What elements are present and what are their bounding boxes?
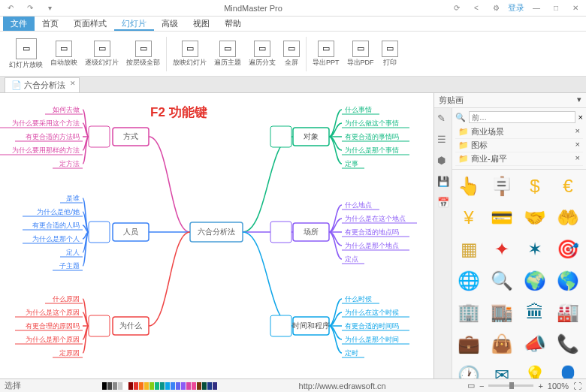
menu-视图[interactable]: 视图	[186, 17, 217, 29]
palette-color[interactable]	[155, 382, 159, 390]
clipart-item[interactable]: 🏭	[554, 299, 581, 326]
palette-color[interactable]	[102, 382, 107, 390]
clipart-item[interactable]: 💳	[488, 204, 515, 231]
ribbon-自动放映[interactable]: ▭自动放映	[47, 39, 80, 69]
redo-icon[interactable]: ↷	[23, 2, 38, 15]
palette-color[interactable]	[171, 382, 175, 390]
palette-color[interactable]	[144, 382, 149, 390]
palette-color[interactable]	[139, 382, 143, 390]
undo-icon[interactable]: ↶	[3, 2, 18, 15]
shield-icon[interactable]: ⬢	[437, 155, 449, 167]
ribbon-逐级幻灯片[interactable]: ▭逐级幻灯片	[82, 39, 122, 69]
clipart-item[interactable]: 🤲	[554, 204, 581, 231]
menu-首页[interactable]: 首页	[35, 17, 66, 29]
doc-tab[interactable]: 📄 六合分析法 ✕	[5, 77, 80, 92]
calendar-icon[interactable]: 📅	[437, 197, 449, 209]
zoom-slider[interactable]	[488, 384, 533, 387]
mindmap[interactable]: 六合分析法方式如何去做为什么要采用这个方法有更合适的方法吗为什么要用那样的方法定…	[0, 93, 433, 378]
search-clear-icon[interactable]: ×	[578, 113, 583, 122]
palette-color[interactable]	[118, 382, 122, 390]
help-icon[interactable]: ⟳	[449, 2, 464, 15]
palette-color[interactable]	[192, 382, 196, 390]
category-图标[interactable]: 📁 图标×	[455, 139, 583, 152]
menu-高级[interactable]: 高级	[154, 17, 186, 29]
clipart-item[interactable]: 🌎	[554, 267, 581, 294]
clipart-item[interactable]: ✶	[521, 236, 548, 263]
clipart-search-input[interactable]	[469, 111, 575, 123]
palette-color[interactable]	[202, 382, 207, 390]
palette-color[interactable]	[186, 382, 191, 390]
settings-icon[interactable]: ⚙	[488, 2, 503, 15]
palette-color[interactable]	[107, 382, 112, 390]
maximize-icon[interactable]: □	[548, 2, 563, 15]
ribbon-幻灯片放映[interactable]: ▭幻灯片放映	[6, 37, 46, 71]
ribbon-遍历主题[interactable]: ▭遍历主题	[211, 39, 244, 69]
ribbon-放映幻灯片[interactable]: ▭放映幻灯片	[170, 39, 210, 69]
ribbon: ▭幻灯片放映▭自动放映▭逐级幻灯片▭按层级全部▭放映幻灯片▭遍历主题▭遍历分支▭…	[0, 32, 586, 77]
clipart-item[interactable]: ✦	[488, 236, 515, 263]
palette-color[interactable]	[181, 382, 186, 390]
palette-color[interactable]	[165, 382, 170, 390]
status-url[interactable]: http://www.edrawsoft.cn	[299, 381, 386, 390]
close-icon[interactable]: ✕	[568, 2, 583, 15]
palette-color[interactable]	[176, 382, 180, 390]
clipart-item[interactable]: 📣	[521, 330, 548, 357]
menu-幻灯片[interactable]: 幻灯片	[114, 17, 154, 31]
palette-color[interactable]	[197, 382, 201, 390]
save-icon[interactable]: 💾	[437, 176, 449, 188]
ribbon-按层级全部[interactable]: ▭按层级全部	[123, 39, 163, 69]
clipart-item[interactable]: 🌐	[455, 267, 482, 294]
login-link[interactable]: 登录	[508, 2, 524, 14]
fullscreen-icon[interactable]: ⛶	[573, 381, 581, 390]
doc-tab-close-icon[interactable]: ✕	[70, 80, 76, 87]
clipart-item[interactable]: $	[521, 173, 548, 200]
clipart-item[interactable]: €	[554, 173, 581, 200]
clipart-item[interactable]: 💼	[455, 330, 482, 357]
canvas[interactable]: F2 功能键 六合分析法方式如何去做为什么要采用这个方法有更合适的方法吗为什么要…	[0, 93, 433, 378]
palette-color[interactable]	[128, 382, 133, 390]
list-icon[interactable]: ☰	[437, 134, 449, 146]
menu-帮助[interactable]: 帮助	[217, 17, 249, 29]
palette-color[interactable]	[134, 382, 138, 390]
minimize-icon[interactable]: —	[529, 2, 544, 15]
zoom-out-icon[interactable]: −	[479, 381, 484, 390]
ribbon-遍历分支[interactable]: ▭遍历分支	[246, 39, 279, 69]
clipart-item[interactable]: 👜	[488, 330, 515, 357]
palette-color[interactable]	[113, 382, 117, 390]
ribbon-label: 导出PPT	[313, 58, 340, 68]
category-商业场景[interactable]: 📁 商业场景×	[455, 125, 583, 139]
clipart-item[interactable]: 👆	[455, 173, 482, 200]
wand-icon[interactable]: ✎	[437, 113, 449, 125]
clipart-item[interactable]: ▦	[455, 236, 482, 263]
fit-icon[interactable]: ▭	[467, 381, 475, 390]
palette-color[interactable]	[150, 382, 154, 390]
share-icon[interactable]: <	[469, 2, 484, 15]
clipart-item[interactable]: ¥	[455, 204, 482, 231]
clipart-item[interactable]: 🔍	[488, 267, 515, 294]
palette-color[interactable]	[207, 382, 212, 390]
dropdown-icon[interactable]: ▾	[42, 2, 57, 15]
palette-color[interactable]	[160, 382, 165, 390]
app-title: MindMaster Pro	[57, 4, 449, 13]
ribbon-打印[interactable]: ▭打印	[379, 39, 401, 69]
zoom-in-icon[interactable]: +	[538, 381, 542, 390]
palette-color[interactable]	[213, 382, 217, 390]
clipart-item[interactable]: 🌍	[521, 267, 548, 294]
menu-页面样式[interactable]: 页面样式	[66, 17, 114, 29]
palette-color[interactable]	[123, 382, 128, 390]
clipart-item[interactable]: 🪧	[488, 173, 515, 200]
clipart-item[interactable]: 🏢	[455, 299, 482, 326]
zoom-control[interactable]: ▭ − + 100% ⛶	[467, 381, 581, 390]
menu-file[interactable]: 文件	[3, 17, 35, 31]
clipart-item[interactable]: 🤝	[521, 204, 548, 231]
panel-menu-icon[interactable]: ▾	[577, 95, 581, 106]
color-palette[interactable]	[102, 382, 217, 390]
ribbon-全屏[interactable]: ▭全屏	[280, 39, 303, 69]
ribbon-导出PPT[interactable]: ▭导出PPT	[310, 39, 343, 69]
clipart-item[interactable]: 🎯	[554, 236, 581, 263]
category-商业-扁平[interactable]: 📁 商业-扁平×	[455, 152, 583, 166]
clipart-item[interactable]: 🏬	[488, 299, 515, 326]
ribbon-导出PDF[interactable]: ▭导出PDF	[344, 39, 377, 69]
clipart-item[interactable]: 📞	[554, 330, 581, 357]
clipart-item[interactable]: 🏛	[521, 299, 548, 326]
